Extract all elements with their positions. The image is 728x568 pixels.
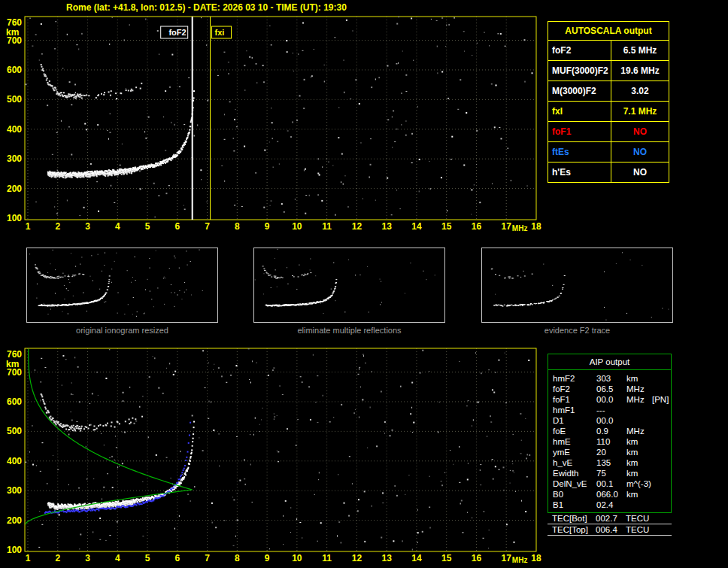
row-label: h_vE xyxy=(548,457,596,468)
row-label: hmE xyxy=(548,436,596,447)
svg-text:15: 15 xyxy=(441,553,452,563)
svg-text:100: 100 xyxy=(7,213,22,223)
table-row: Ewidth75km xyxy=(548,468,671,478)
table-row: ftEs NO xyxy=(548,142,669,163)
svg-text:13: 13 xyxy=(381,553,392,563)
svg-text:9: 9 xyxy=(265,221,270,232)
svg-text:17: 17 xyxy=(502,221,512,232)
tec-top-row: TEC[Top]006.4TECU xyxy=(548,524,672,536)
svg-text:foF2: foF2 xyxy=(168,28,186,37)
svg-text:13: 13 xyxy=(381,221,392,232)
svg-text:14: 14 xyxy=(411,221,422,232)
svg-text:1: 1 xyxy=(26,221,31,232)
svg-text:760: 760 xyxy=(7,17,22,28)
row-label: B0 xyxy=(548,489,596,500)
svg-text:500: 500 xyxy=(7,426,22,436)
row-value: 006.4 xyxy=(596,524,626,535)
page-title: Rome (lat: +41.8, lon: 012.5) - DATE: 20… xyxy=(66,2,347,13)
table-row: foF206.5MHz xyxy=(548,384,671,394)
row-extra xyxy=(652,436,671,447)
row-extra xyxy=(652,489,671,500)
svg-text:9: 9 xyxy=(265,553,270,563)
table-row: D100.0 xyxy=(548,415,671,426)
row-value: 3.02 xyxy=(611,81,669,101)
row-label: hmF2 xyxy=(548,373,596,384)
svg-text:5: 5 xyxy=(145,553,150,563)
svg-text:3: 3 xyxy=(85,553,90,563)
thumbnail-caption: original ionogram resized xyxy=(26,326,218,335)
thumbnail-evidence-plot xyxy=(481,248,673,323)
autoscala-app-screen: { "header": { "title": "Rome (lat: +41.8… xyxy=(0,0,728,568)
table-row: DelN_vE00.1m^(-3) xyxy=(548,478,671,489)
thumbnail-original-ionogram xyxy=(26,248,218,323)
row-label: foE xyxy=(548,426,596,436)
autoscala-table-title: AUTOSCALA output xyxy=(548,22,669,41)
row-unit: km xyxy=(626,468,652,478)
row-label: TEC[Top] xyxy=(548,524,596,535)
autoscala-table: AUTOSCALA output foF2 6.5 MHz MUF(3000)F… xyxy=(548,21,669,183)
row-unit: TECU xyxy=(626,513,651,524)
table-row: B102.4 xyxy=(548,500,671,510)
row-label: hmF1 xyxy=(548,405,596,415)
table-row: foF100.0MHz[PN] xyxy=(548,394,671,405)
svg-text:200: 200 xyxy=(7,184,22,194)
svg-text:16: 16 xyxy=(472,553,482,563)
row-label: ftEs xyxy=(548,142,611,162)
svg-text:400: 400 xyxy=(7,456,22,466)
svg-text:MHz: MHz xyxy=(512,224,528,232)
row-label: B1 xyxy=(548,500,596,510)
ionogram-main-plot: foF2fxi760700600500400300200100km1234567… xyxy=(0,15,544,241)
svg-text:18: 18 xyxy=(531,221,541,232)
row-unit xyxy=(626,415,652,426)
row-value: 135 xyxy=(596,457,626,468)
row-extra xyxy=(652,457,671,468)
row-value: 00.0 xyxy=(596,394,626,405)
row-label: fxI xyxy=(548,102,611,121)
row-value: --- xyxy=(596,405,626,415)
table-row: MUF(3000)F2 19.6 MHz xyxy=(548,61,669,81)
row-extra xyxy=(652,426,671,436)
table-row: ymE20km xyxy=(548,447,671,457)
aip-table-body: hmF2303km foF206.5MHz foF100.0MHz[PN] hm… xyxy=(548,370,671,512)
row-unit: MHz xyxy=(626,394,652,405)
svg-text:10: 10 xyxy=(292,553,302,563)
row-label: foF1 xyxy=(548,394,596,405)
row-unit: MHz xyxy=(626,384,652,394)
row-value: 110 xyxy=(596,436,626,447)
svg-text:14: 14 xyxy=(411,553,422,563)
svg-text:600: 600 xyxy=(7,65,22,75)
row-unit xyxy=(626,405,652,415)
table-row: h'Es NO xyxy=(548,163,669,182)
svg-text:MHz: MHz xyxy=(512,556,528,564)
table-row: B0066.0km xyxy=(548,489,671,500)
thumbnail-evidence-f2 xyxy=(481,248,673,323)
table-row: hmE110km xyxy=(548,436,671,447)
row-extra xyxy=(652,405,671,415)
svg-text:500: 500 xyxy=(7,94,22,105)
aip-table-main: AIP output hmF2303km foF206.5MHz foF100.… xyxy=(548,354,672,513)
table-row: foF2 6.5 MHz xyxy=(548,41,669,61)
svg-text:600: 600 xyxy=(7,396,22,407)
row-label: h'Es xyxy=(548,163,611,182)
row-value: 0.9 xyxy=(596,426,626,436)
svg-text:17: 17 xyxy=(502,553,512,563)
row-value: 00.0 xyxy=(596,415,626,426)
svg-text:11: 11 xyxy=(322,553,332,563)
row-label: foF1 xyxy=(548,122,611,141)
svg-text:7: 7 xyxy=(205,553,210,563)
svg-text:300: 300 xyxy=(7,153,22,164)
aip-table: AIP output hmF2303km foF206.5MHz foF100.… xyxy=(548,354,672,536)
svg-text:3: 3 xyxy=(85,221,90,232)
svg-text:6: 6 xyxy=(174,221,180,232)
row-extra xyxy=(652,447,671,457)
svg-text:12: 12 xyxy=(352,221,362,232)
svg-text:8: 8 xyxy=(235,553,240,563)
svg-text:18: 18 xyxy=(531,553,541,563)
thumbnail-eliminate-reflections xyxy=(253,248,445,323)
svg-text:2: 2 xyxy=(55,221,60,232)
svg-text:100: 100 xyxy=(7,545,22,555)
row-value: 06.5 xyxy=(596,384,626,394)
svg-text:16: 16 xyxy=(472,221,482,232)
svg-text:11: 11 xyxy=(322,221,332,232)
svg-text:300: 300 xyxy=(7,485,22,496)
